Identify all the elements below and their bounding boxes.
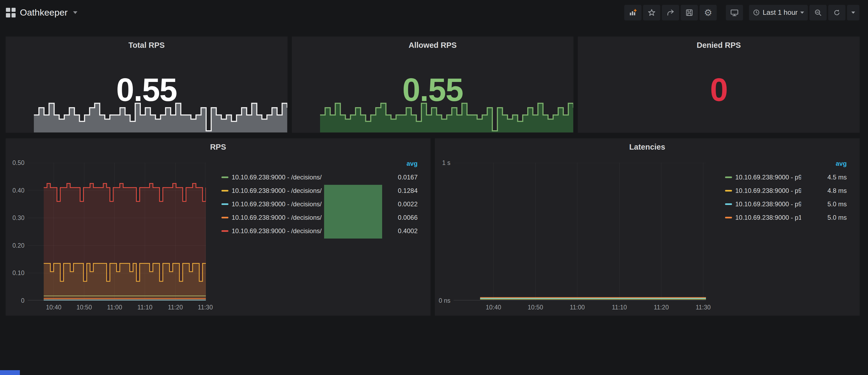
- time-range-label: Last 1 hour: [763, 8, 798, 17]
- panel-allowed-rps: Allowed RPS 0.55: [292, 36, 574, 133]
- series-color-icon[interactable]: [221, 190, 228, 191]
- refresh-interval-dropdown[interactable]: [847, 5, 859, 21]
- navbar: Oathkeeper: [0, 0, 868, 25]
- panel-denied-rps: Denied RPS 0: [578, 36, 860, 133]
- series-color-icon[interactable]: [221, 204, 228, 205]
- y-tick-label: 0.20: [12, 242, 25, 249]
- series-label[interactable]: 10.10.69.238:9000 - p99: [735, 200, 801, 208]
- series-color-icon[interactable]: [725, 190, 732, 191]
- series-color-icon[interactable]: [221, 217, 228, 218]
- add-panel-icon: [629, 9, 637, 17]
- y-tick-label: 0.10: [12, 270, 25, 277]
- series-label[interactable]: 10.10.69.238:9000 - p95: [735, 187, 801, 194]
- dashboard-title[interactable]: Oathkeeper: [20, 7, 68, 18]
- x-tick-label: 10:40: [46, 304, 62, 311]
- legend-row[interactable]: 10.10.69.238:9000 - /decisions/0.1284: [221, 184, 417, 197]
- dashboard-actions-group: ⚙: [624, 5, 717, 21]
- legend-row[interactable]: 10.10.69.238:9000 - /decisions/0.0167: [221, 170, 417, 184]
- dashboard-switcher-caret-icon[interactable]: [73, 11, 78, 14]
- x-tick-label: 11:30: [696, 304, 711, 311]
- panel-rps: RPS 0.500.400.300.200.100 10:4010:5011:0…: [6, 138, 431, 316]
- refresh-dashboard-button[interactable]: [828, 5, 845, 21]
- magnifier-minus-icon: [814, 9, 822, 17]
- dashboards-grid-icon[interactable]: [6, 8, 16, 18]
- x-tick-label: 11:20: [654, 304, 669, 311]
- y-tick-label: 0 ns: [439, 297, 451, 304]
- legend-avg-header[interactable]: avg: [725, 160, 847, 170]
- y-tick-label: 0.30: [12, 214, 25, 222]
- add-panel-button[interactable]: [624, 5, 642, 21]
- series-avg-value: 4.5 ms: [801, 174, 847, 181]
- time-range-picker[interactable]: Last 1 hour: [749, 5, 808, 21]
- series-avg-value: 5.0 ms: [801, 214, 847, 221]
- series-color-icon[interactable]: [221, 177, 228, 178]
- rps-x-axis-labels: 10:4010:5011:0011:1011:2011:30: [28, 304, 206, 312]
- series-color-icon[interactable]: [725, 177, 732, 178]
- series-label[interactable]: 10.10.69.238:9000 - p90: [735, 174, 801, 181]
- panel-title-latencies[interactable]: Latencies: [435, 143, 860, 152]
- x-tick-label: 11:20: [168, 304, 183, 311]
- legend-avg-header[interactable]: avg: [221, 160, 417, 170]
- rps-chart[interactable]: 0.500.400.300.200.100 10:4010:5011:0011:…: [28, 163, 206, 301]
- save-dashboard-button[interactable]: [681, 5, 698, 21]
- clock-icon: [753, 9, 760, 16]
- y-tick-label: 0.40: [12, 187, 25, 194]
- series-color-icon[interactable]: [725, 217, 732, 218]
- gear-icon: ⚙: [704, 8, 712, 17]
- rps-legend: avg 10.10.69.238:9000 - /decisions/0.016…: [221, 160, 417, 238]
- latencies-x-axis-labels: 10:4010:5011:0011:1011:2011:30: [454, 304, 706, 312]
- y-tick-label: 0.50: [12, 159, 25, 166]
- legend-row[interactable]: 10.10.69.238:9000 - /decisions/0.0066: [221, 211, 417, 224]
- x-tick-label: 11:00: [570, 304, 585, 311]
- zoom-out-time-button[interactable]: [809, 5, 827, 21]
- x-tick-label: 10:50: [528, 304, 543, 311]
- legend-row[interactable]: 10.10.69.238:9000 - p954.8 ms: [725, 184, 847, 197]
- legend-rows: 10.10.69.238:9000 - p904.5 ms10.10.69.23…: [725, 170, 847, 224]
- stat-value-denied-rps: 0: [578, 73, 860, 106]
- series-color-icon[interactable]: [221, 230, 228, 232]
- panel-total-rps: Total RPS 0.55: [6, 36, 287, 133]
- series-avg-value: 5.0 ms: [801, 200, 847, 208]
- series-avg-value: 0.0167: [372, 174, 417, 181]
- panel-title-total-rps[interactable]: Total RPS: [6, 41, 287, 50]
- refresh-interval-caret-icon: [851, 11, 855, 14]
- series-label[interactable]: 10.10.69.238:9000 - p100: [735, 214, 801, 221]
- x-tick-label: 11:00: [107, 304, 122, 311]
- legend-row[interactable]: 10.10.69.238:9000 - /decisions/0.4002: [221, 224, 417, 238]
- share-dashboard-button[interactable]: [662, 5, 679, 21]
- x-tick-label: 10:40: [486, 304, 501, 311]
- x-tick-label: 11:10: [612, 304, 627, 311]
- refresh-icon: [833, 9, 841, 17]
- series-avg-value: 4.8 ms: [801, 187, 847, 194]
- monitor-icon: [730, 8, 739, 17]
- star-dashboard-button[interactable]: [643, 5, 660, 21]
- y-tick-label: 0: [21, 297, 25, 304]
- legend-row[interactable]: 10.10.69.238:9000 - p1005.0 ms: [725, 211, 847, 224]
- y-tick-label: 1 s: [442, 159, 451, 166]
- stat-value-allowed-rps: 0.55: [292, 73, 574, 106]
- cycle-view-mode-button[interactable]: [726, 5, 743, 21]
- x-tick-label: 11:30: [198, 304, 213, 311]
- latencies-chart[interactable]: 1 s0 ns 10:4010:5011:0011:1011:2011:30: [454, 163, 706, 301]
- panel-title-allowed-rps[interactable]: Allowed RPS: [292, 41, 574, 50]
- panel-latencies: Latencies 1 s0 ns 10:4010:5011:0011:1011…: [435, 138, 860, 316]
- legend-row[interactable]: 10.10.69.238:9000 - p904.5 ms: [725, 170, 847, 184]
- save-icon: [685, 9, 693, 17]
- x-tick-label: 11:10: [137, 304, 152, 311]
- panel-title-denied-rps[interactable]: Denied RPS: [578, 41, 860, 50]
- share-icon: [666, 9, 675, 17]
- series-color-icon[interactable]: [725, 204, 732, 205]
- series-label[interactable]: 10.10.69.238:9000 - /decisions/: [231, 174, 372, 181]
- time-controls-group: Last 1 hour: [749, 5, 859, 21]
- legend-row[interactable]: 10.10.69.238:9000 - p995.0 ms: [725, 197, 847, 211]
- panel-title-rps[interactable]: RPS: [6, 143, 431, 152]
- legend-rows: 10.10.69.238:9000 - /decisions/0.016710.…: [221, 170, 417, 238]
- time-range-caret-icon: [800, 11, 804, 14]
- dashboard-settings-button[interactable]: ⚙: [700, 5, 717, 21]
- latencies-legend: avg 10.10.69.238:9000 - p904.5 ms10.10.6…: [725, 160, 847, 224]
- star-icon: [648, 9, 656, 17]
- navbar-right: ⚙ Last 1 hour: [624, 5, 859, 21]
- green-overlay-box: [324, 185, 382, 239]
- legend-row[interactable]: 10.10.69.238:9000 - /decisions/0.0022: [221, 197, 417, 211]
- dashboard-grid: Total RPS 0.55 Allowed RPS 0.55 Denied R…: [6, 36, 860, 316]
